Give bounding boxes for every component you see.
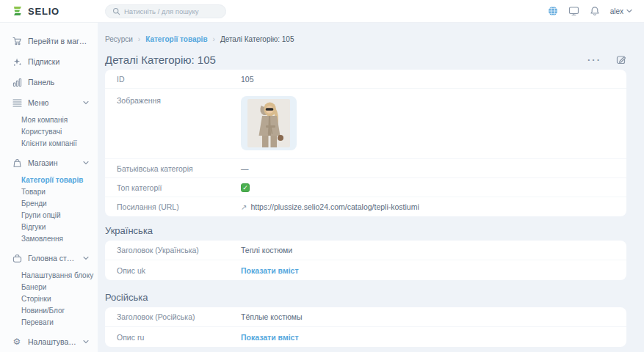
external-link-icon: ↗ — [241, 203, 247, 211]
sidebar-item-go-to-store[interactable]: Перейти в магазин — [0, 32, 98, 50]
category-photo — [247, 99, 290, 147]
sidebar-item-label: Магазин — [28, 158, 58, 167]
detail-row-top-category: Топ категорії ✓ — [105, 178, 626, 197]
global-search[interactable] — [105, 4, 226, 18]
sidebar-item-news-blog[interactable]: Новини/Блог — [0, 305, 98, 317]
detail-row-id: ID 105 — [105, 70, 626, 89]
search-icon — [112, 7, 120, 15]
sidebar-group-store[interactable]: Магазин — [0, 154, 98, 172]
sidebar-item-brands[interactable]: Бренди — [0, 198, 98, 210]
row-value-parent: — — [241, 164, 249, 173]
row-label: Зображення — [117, 96, 241, 105]
sidebar-item-label: Перейти в магазин — [28, 37, 89, 45]
sidebar-item-orders[interactable]: Замовлення — [0, 233, 98, 245]
row-value-id: 105 — [241, 75, 254, 84]
breadcrumb-product-categories[interactable]: Категорії товарів — [145, 35, 207, 43]
row-label: Опис uk — [117, 266, 241, 275]
section-heading-ukrainian: Українська — [105, 225, 626, 237]
home-page-icon — [12, 254, 22, 263]
detail-row-description-uk: Опис uk Показати вміст — [105, 260, 626, 280]
brand-logo[interactable]: SELIO — [12, 5, 98, 17]
row-label: Заголовок (Українська) — [117, 246, 241, 254]
breadcrumb: Ресурси › Категорії товарів › Деталі Кат… — [105, 35, 626, 43]
chevron-down-icon — [83, 340, 89, 344]
main-content: Ресурси › Категорії товарів › Деталі Кат… — [98, 23, 644, 352]
sidebar-item-label: Меню — [28, 98, 48, 107]
language-globe-icon[interactable] — [548, 6, 558, 16]
sidebar-item-reviews[interactable]: Відгуки — [0, 221, 98, 233]
go-to-store-cart-icon — [12, 37, 22, 45]
display-monitor-icon[interactable] — [568, 6, 579, 16]
url-text: https://plussize.selio24.com/catalog/tep… — [250, 202, 419, 211]
notifications-bell-icon[interactable] — [590, 6, 600, 16]
sidebar-item-users[interactable]: Користувачі — [0, 126, 98, 138]
sidebar-item-advantages[interactable]: Переваги — [0, 317, 98, 329]
detail-row-description-ru: Опис ru Показати вміст — [105, 327, 626, 347]
sidebar-item-label: Панель — [28, 78, 54, 87]
page-title: Деталі Категорію: 105 — [105, 54, 216, 66]
chevron-down-icon — [626, 9, 632, 13]
detail-row-url: Посилання (URL) ↗ https://plussize.selio… — [105, 197, 626, 216]
sidebar-item-my-company[interactable]: Моя компанія — [0, 114, 98, 126]
breadcrumb-resources[interactable]: Ресурси — [105, 35, 133, 43]
top-category-checkbox[interactable]: ✓ — [241, 183, 250, 192]
sidebar-item-company-clients[interactable]: Клієнти компанії — [0, 138, 98, 150]
more-actions-icon[interactable]: ··· — [587, 55, 601, 65]
category-url-link[interactable]: ↗ https://plussize.selio24.com/catalog/t… — [241, 202, 419, 211]
category-image-thumbnail[interactable] — [241, 96, 297, 150]
sidebar-item-label: Налаштування — [28, 337, 77, 346]
sidebar: Перейти в магазин Підписки Панель — [0, 23, 98, 352]
brand-name: SELIO — [28, 6, 59, 17]
breadcrumb-separator: › — [213, 35, 215, 43]
row-label: Опис ru — [117, 333, 241, 342]
category-details-card: ID 105 Зображення — [105, 70, 626, 216]
selio-logo-icon — [12, 5, 23, 17]
row-label: ID — [117, 75, 241, 84]
ukrainian-section-card: Заголовок (Українська) Теплі костюми Опи… — [105, 241, 626, 280]
sidebar-item-product-categories[interactable]: Категорії товарів — [0, 175, 98, 186]
breadcrumb-current: Деталі Категорію: 105 — [220, 35, 294, 43]
chevron-down-icon — [83, 256, 89, 260]
bar-chart-icon — [12, 78, 22, 87]
sidebar-item-products[interactable]: Товари — [0, 186, 98, 198]
row-label: Заголовок (Російська) — [117, 312, 241, 321]
row-label: Посилання (URL) — [117, 202, 241, 211]
user-name: alex — [610, 7, 623, 15]
search-input[interactable] — [124, 7, 219, 15]
russian-section-card: Заголовок (Російська) Тёплые костюмы Опи… — [105, 307, 626, 347]
detail-row-image: Зображення — [105, 89, 626, 159]
show-content-link-ru[interactable]: Показати вміст — [241, 333, 299, 342]
sparkles-icon — [12, 57, 22, 67]
sidebar-item-dashboard[interactable]: Панель — [0, 73, 98, 91]
sidebar-group-homepage[interactable]: Головна сторінка — [0, 249, 98, 267]
chevron-down-icon — [83, 161, 89, 165]
sidebar-item-banners[interactable]: Банери — [0, 282, 98, 293]
row-value-title-uk: Теплі костюми — [241, 246, 292, 254]
section-heading-russian: Російська — [105, 292, 626, 304]
row-label: Батьківська категорія — [117, 164, 241, 173]
gear-icon: ⚙ — [12, 337, 22, 346]
row-label: Топ категорії — [117, 183, 241, 192]
detail-row-parent-category: Батьківська категорія — — [105, 159, 626, 178]
shopping-bag-icon — [12, 158, 22, 168]
user-menu[interactable]: alex — [610, 7, 632, 15]
detail-row-title-ru: Заголовок (Російська) Тёплые костюмы — [105, 307, 626, 327]
sidebar-group-settings[interactable]: ⚙ Налаштування — [0, 333, 98, 351]
sidebar-item-block-settings[interactable]: Налаштування блоку — [0, 270, 98, 282]
hamburger-menu-icon — [12, 99, 22, 107]
sidebar-item-subscriptions[interactable]: Підписки — [0, 53, 98, 70]
top-header: SELIO — [0, 0, 644, 23]
row-value-title-ru: Тёплые костюмы — [241, 312, 303, 321]
sidebar-item-label: Підписки — [28, 57, 59, 66]
breadcrumb-separator: › — [138, 35, 140, 43]
chevron-down-icon — [83, 100, 89, 105]
show-content-link-uk[interactable]: Показати вміст — [241, 266, 299, 275]
sidebar-item-label: Головна сторінка — [28, 254, 77, 263]
sidebar-item-option-groups[interactable]: Групи опцій — [0, 210, 98, 221]
edit-pencil-icon[interactable] — [616, 54, 626, 65]
sidebar-item-pages[interactable]: Сторінки — [0, 293, 98, 305]
detail-row-title-uk: Заголовок (Українська) Теплі костюми — [105, 241, 626, 260]
sidebar-group-menu[interactable]: Меню — [0, 94, 98, 111]
